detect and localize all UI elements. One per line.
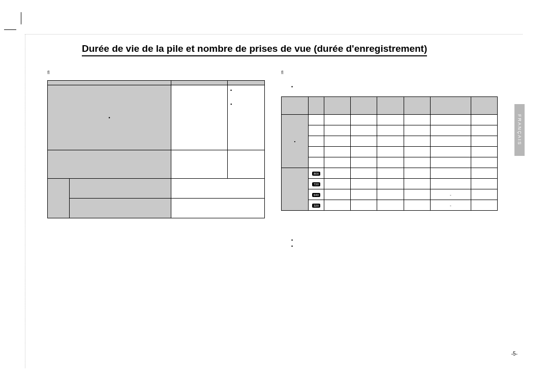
note-right: ﬂ (281, 70, 284, 75)
storage-capacity-table: • 800 720 640- 320- (281, 96, 498, 211)
right-bullet-3: • (291, 244, 293, 249)
language-tab: FRANÇAIS (514, 104, 525, 156)
page-title: Durée de vie de la pile et nombre de pri… (82, 43, 427, 56)
res-640-icon: 640 (312, 193, 320, 197)
page-number: -5- (511, 351, 517, 356)
res-800-icon: 800 (312, 172, 320, 176)
square-icon: ▪ (230, 101, 234, 108)
right-bullet-1: • (291, 84, 293, 89)
res-320-icon: 320 (312, 204, 320, 208)
res-720-icon: 720 (312, 182, 320, 186)
battery-life-table: • • ▪ (47, 80, 265, 218)
note-left: ﬂ (47, 70, 50, 75)
right-bullet-2: • (291, 238, 293, 243)
bullet-icon: • (108, 115, 110, 120)
